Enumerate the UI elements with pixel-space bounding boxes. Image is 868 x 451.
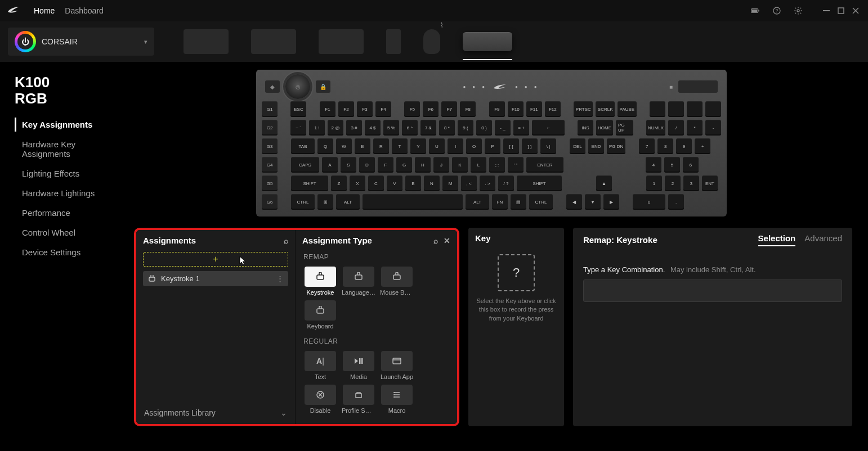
sidebar-item-control-wheel[interactable]: Control Wheel [15,226,118,240]
keycap[interactable]: G5 [262,175,278,191]
keycap[interactable]: ▲ [596,175,612,191]
type-tile-media[interactable]: Media [342,351,375,380]
keycap[interactable]: = + [513,120,529,136]
keycap[interactable]: PRTSC [574,101,593,117]
keycap[interactable]: ▼ [585,194,601,210]
keycap[interactable]: F10 [508,101,524,117]
nav-dashboard[interactable]: Dashboard [65,6,104,15]
keycap[interactable]: DEL [570,138,585,154]
keycap[interactable] [650,101,665,117]
keycap[interactable]: W [336,138,352,154]
keycap[interactable]: X [350,175,365,191]
search-icon[interactable]: ⌕ [284,236,288,245]
kb-volume-roller[interactable] [678,80,718,93]
keycap[interactable]: ▶ [603,194,619,210]
keycap[interactable]: TAB [291,138,315,154]
type-tile-language[interactable]: Language K… [342,267,375,296]
keycap[interactable]: 4 $ [365,120,381,136]
keycap[interactable]: CTRL [529,194,553,210]
keycap[interactable]: N [424,175,440,191]
sidebar-item-lighting-effects[interactable]: Lighting Effects [15,166,118,181]
device-thumb-keyboard[interactable] [463,32,512,51]
keycap[interactable]: INS [578,120,593,136]
key-record-box[interactable]: ? [498,254,535,291]
keycap[interactable]: F8 [460,101,476,117]
type-tile-keystroke[interactable]: Keystroke [303,267,337,296]
keycap[interactable]: + [695,138,710,154]
keycap[interactable]: 0 [633,194,665,210]
keycap[interactable]: J [433,157,449,173]
keycap[interactable]: ← [532,120,565,136]
keycap[interactable]: - _ [495,120,511,136]
settings-gear-icon[interactable] [794,6,803,15]
kb-media-cluster[interactable]: ■ [669,84,673,90]
keycap[interactable]: . [668,194,684,210]
keycap[interactable]: C [368,175,384,191]
keycap[interactable]: / ? [498,175,514,191]
keycap[interactable]: END [588,138,604,154]
keycap[interactable]: HOME [596,120,613,136]
keycap[interactable]: ALT [466,194,489,210]
keycap[interactable]: T [392,138,408,154]
keycap[interactable]: B [405,175,421,191]
keycap[interactable]: ▤ [511,194,526,210]
kb-control-wheel[interactable]: ⌾ [285,74,310,99]
keycap[interactable]: ; : [489,157,505,173]
type-tile-keyboard[interactable]: Keyboard [303,300,337,330]
keycap[interactable]: G4 [262,157,278,173]
type-tile-macro[interactable]: Macro [380,385,414,414]
keycap[interactable]: G [396,157,412,173]
sidebar-item-performance[interactable]: Performance [15,206,118,220]
keycap[interactable]: 1 ! [309,120,325,136]
device-thumb-ram[interactable] [184,29,229,54]
tab-advanced[interactable]: Advanced [804,233,842,246]
keycap[interactable]: F3 [357,101,373,117]
device-thumb-hub[interactable] [319,29,364,54]
window-close-icon[interactable] [852,7,859,14]
window-minimize-icon[interactable] [823,7,830,14]
profile-selector[interactable]: ⏻ CORSAIR ▾ [8,28,154,56]
keycap[interactable]: 2 [665,175,681,191]
sidebar-item-device-settings[interactable]: Device Settings [15,245,118,259]
keycap[interactable]: F4 [375,101,391,117]
keycap[interactable]: R [373,138,389,154]
keycap[interactable]: 6 ^ [402,120,418,136]
type-tile-profile[interactable]: Profile Swit… [342,385,375,414]
keycap[interactable]: V [387,175,402,191]
keycap[interactable]: 7 [639,138,655,154]
keycap[interactable]: K [452,157,468,173]
keycap[interactable]: D [359,157,375,173]
keycap[interactable]: F9 [489,101,505,117]
type-tile-launch[interactable]: Launch App [380,351,414,380]
help-icon[interactable]: ? [772,6,781,15]
keycap[interactable]: 0 ) [476,120,492,136]
keycap[interactable]: SHIFT [517,175,562,191]
keycap[interactable]: ⊞ [317,194,333,210]
tab-selection[interactable]: Selection [758,233,796,246]
keycap[interactable]: 1 [646,175,662,191]
keycap[interactable]: A [322,157,338,173]
type-tile-disable[interactable]: Disable [303,385,337,414]
keycap[interactable]: L [471,157,486,173]
keycap[interactable]: PG DN [607,138,625,154]
keycap[interactable]: F [378,157,393,173]
keycap[interactable]: , < [461,175,477,191]
keycap[interactable]: * [687,120,703,136]
keycap[interactable]: ENT [702,175,718,191]
keycap[interactable]: / [668,120,684,136]
sidebar-item-hardware-key-assignments[interactable]: Hardware Key Assignments [15,137,118,161]
keycap[interactable]: S [341,157,356,173]
keycap[interactable]: \ | [540,138,556,154]
keycap[interactable]: PG UP [616,120,633,136]
keycap[interactable]: 3 # [346,120,362,136]
keycap[interactable]: G1 [262,101,278,117]
keycap[interactable]: F1 [320,101,335,117]
keycap[interactable]: ESC [290,101,306,117]
assignment-item[interactable]: Keystroke 1 ⋮ [143,271,288,286]
keycap[interactable]: SHIFT [291,175,328,191]
keycap[interactable] [363,194,463,210]
keycap[interactable]: F7 [441,101,457,117]
type-tile-text[interactable]: A|Text [303,351,337,380]
keycap[interactable]: F5 [404,101,420,117]
keycap[interactable]: CTRL [291,194,315,210]
